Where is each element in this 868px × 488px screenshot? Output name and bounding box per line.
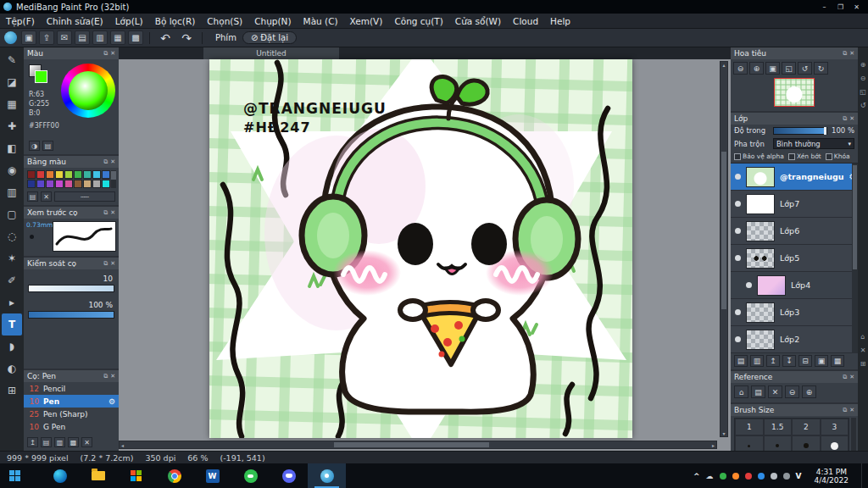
zoom-out-icon[interactable]: ⊖ — [785, 385, 799, 398]
float-panel-icon[interactable]: ⧉ — [843, 407, 847, 413]
float-panel-icon[interactable]: ⧉ — [103, 373, 108, 380]
bucket-tool[interactable]: ◉ — [2, 159, 22, 181]
menu-item-filter[interactable]: Bộ lọc(R) — [149, 16, 202, 26]
palette-swatch[interactable] — [36, 180, 45, 188]
show-desktop-button[interactable] — [861, 463, 865, 488]
rotate-right-icon[interactable]: ↻ — [814, 62, 828, 75]
grid-settings-icon[interactable]: ▩ — [128, 30, 143, 45]
brush-item-pen[interactable]: 10 Pen ⚙ — [24, 395, 119, 408]
strip-rotate-icon[interactable]: ↺ — [860, 102, 866, 109]
float-panel-icon[interactable]: ⧉ — [103, 260, 108, 267]
taskbar-green-app[interactable] — [231, 463, 270, 488]
menu-item-color[interactable]: Màu (C) — [298, 16, 344, 26]
strip-zoom-out-icon[interactable]: ⊖ — [860, 75, 866, 82]
palette-swatch[interactable] — [55, 170, 64, 179]
taskbar-medibang-active[interactable] — [308, 463, 346, 488]
taskbar-edge[interactable] — [41, 463, 79, 488]
tray-expand-icon[interactable]: ^ — [693, 472, 700, 480]
layer-up-icon[interactable]: ↥ — [766, 355, 780, 367]
layer-down-icon[interactable]: ↧ — [782, 355, 796, 367]
layer-row[interactable]: Lớp5 — [731, 245, 858, 272]
layer-visibility-toggle[interactable] — [735, 201, 741, 207]
float-panel-icon[interactable]: ⧉ — [103, 50, 108, 57]
palette-swatch[interactable] — [27, 170, 36, 179]
select-pen-tool[interactable]: ✐ — [2, 269, 22, 291]
menu-item-view[interactable]: Xem(V) — [344, 16, 389, 26]
close-button[interactable]: ✕ — [849, 3, 865, 11]
layer-visibility-toggle[interactable] — [735, 174, 741, 180]
brush-size-option[interactable]: 3 — [821, 419, 849, 435]
zoom-reset-icon[interactable]: ▣ — [765, 62, 780, 75]
brush-size-option[interactable]: 1.5 — [764, 419, 793, 435]
brush-size-slider[interactable] — [28, 285, 114, 292]
palette-swatch[interactable] — [74, 170, 82, 179]
home-icon[interactable]: ⌂ — [734, 385, 748, 398]
fit-screen-icon[interactable]: ◱ — [782, 62, 796, 75]
close-panel-icon[interactable]: ✕ — [110, 158, 115, 165]
wheel-mode-icon[interactable]: ◑ — [29, 141, 40, 151]
palette-swatch[interactable] — [64, 180, 73, 188]
medibang-cloud-icon[interactable] — [4, 31, 17, 44]
strip-home-icon[interactable]: ⌂ — [860, 333, 865, 341]
opera-tray-icon[interactable] — [745, 473, 752, 480]
documents-icon[interactable]: ▥ — [92, 30, 108, 45]
firefox-tray-icon[interactable] — [732, 473, 739, 480]
eyedropper-tool[interactable]: ◗ — [2, 336, 22, 358]
new-layer-icon[interactable]: ▤ — [734, 355, 748, 367]
brush-opacity-slider[interactable] — [28, 311, 114, 319]
palette-swatch[interactable] — [46, 170, 54, 179]
menu-item-edit[interactable]: Chỉnh sửa(E) — [41, 16, 109, 26]
palette-swatch[interactable] — [55, 180, 64, 188]
layer-row[interactable]: Lớp7 — [731, 191, 858, 218]
protect-alpha-checkbox[interactable]: Bảo vệ alpha — [734, 152, 784, 160]
layer-row[interactable]: Lớp6 — [731, 218, 858, 245]
brush-size-option[interactable]: 1 — [735, 419, 764, 435]
antivirus-icon[interactable] — [720, 473, 726, 480]
start-button[interactable] — [0, 463, 31, 488]
onedrive-cloud-icon[interactable]: ☁ — [706, 472, 714, 480]
close-panel-icon[interactable]: ✕ — [110, 373, 115, 380]
palette-swatch[interactable] — [102, 180, 110, 188]
palette-menu[interactable]: ┄┄ — [54, 191, 115, 202]
fill-tool[interactable]: ◧ — [2, 137, 22, 159]
menu-item-tools[interactable]: Công cụ(T) — [388, 16, 448, 26]
eraser-tool[interactable]: ◪ — [2, 71, 22, 93]
rotate-left-icon[interactable]: ↺ — [798, 62, 812, 75]
dot-tool[interactable]: ▦ — [2, 93, 22, 115]
gradient-tool[interactable]: ▥ — [2, 181, 22, 203]
select-tool[interactable]: ▢ — [2, 203, 22, 225]
close-panel-icon[interactable]: ✕ — [110, 50, 115, 57]
reset-button[interactable]: ⊘ Đặt lại — [242, 31, 297, 44]
primary-color-swatch[interactable] — [35, 70, 47, 83]
taskbar-chrome[interactable] — [155, 463, 193, 488]
palette-swatch[interactable] — [36, 170, 45, 179]
volume-icon[interactable] — [771, 473, 777, 480]
clipping-checkbox[interactable]: Xén bớt — [788, 152, 821, 160]
float-panel-icon[interactable]: ⧉ — [843, 115, 847, 122]
layer-visibility-toggle[interactable] — [735, 255, 741, 261]
blend-mode-select[interactable]: Bình thường ▾ — [773, 138, 854, 149]
undo-button[interactable]: ↶ — [156, 31, 175, 45]
brush-settings-gear-icon[interactable]: ⚙ — [108, 397, 115, 406]
clear-icon[interactable]: ✕ — [768, 385, 782, 398]
network-icon[interactable] — [783, 473, 790, 480]
zoom-in-icon[interactable]: ⊕ — [802, 385, 816, 398]
maximize-button[interactable]: ❐ — [832, 3, 849, 11]
layer-row[interactable]: @trangneiugu ⚙ — [731, 164, 858, 191]
lasso-tool[interactable]: ◌ — [2, 225, 22, 247]
magic-wand-tool[interactable]: ✶ — [2, 247, 22, 269]
grid-icon[interactable]: ▦ — [110, 30, 125, 45]
document-icon[interactable]: ▤ — [75, 30, 90, 45]
minimize-button[interactable]: – — [816, 3, 832, 11]
divide-tool[interactable]: ⊞ — [2, 380, 22, 402]
menu-item-select[interactable]: Chọn(S) — [201, 16, 248, 26]
strip-close-icon[interactable]: ✕ — [860, 347, 866, 354]
float-panel-icon[interactable]: ⧉ — [103, 158, 108, 165]
menu-item-capture[interactable]: Chụp(N) — [248, 16, 297, 26]
layer-folder-icon[interactable]: ▣ — [815, 355, 828, 367]
layer-visibility-toggle[interactable] — [735, 309, 741, 315]
strip-fit-icon[interactable]: ◱ — [860, 88, 866, 96]
layer-row[interactable]: Lớp2 — [731, 326, 858, 353]
palette-swatch[interactable] — [83, 180, 92, 188]
palette-swatch[interactable] — [64, 170, 73, 179]
